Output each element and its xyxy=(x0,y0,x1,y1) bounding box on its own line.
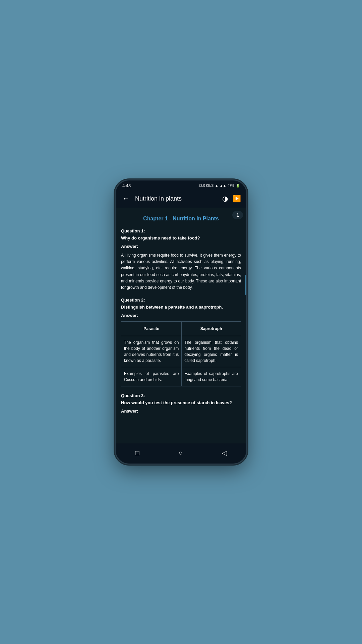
q1-answer-text: All living organisms require food to sur… xyxy=(121,252,241,291)
home-button[interactable]: ○ xyxy=(172,448,189,458)
question-2-block: Question 2: Distinguish between a parasi… xyxy=(121,298,241,386)
page-title: Nutrition in plants xyxy=(135,195,218,202)
table-row: The organism that grows on the body of a… xyxy=(121,336,241,367)
top-bar: ← Nutrition in plants ◑ ▶️ xyxy=(116,190,246,208)
page-badge: 1 xyxy=(232,211,243,219)
phone-frame: 4:48 32.0 KB/S ▲ ▲▲ 47% 🔋 ← Nutrition in… xyxy=(116,180,246,464)
signal-icon: ▲▲ xyxy=(220,184,226,187)
table-row: Examples of parasites are Cuscuta and or… xyxy=(121,367,241,386)
content-inner: Chapter 1 - Nutrition in Plants Question… xyxy=(116,208,246,430)
question-3-block: Question 3: How would you test the prese… xyxy=(121,393,241,414)
q2-text: Distinguish between a parasite and a sap… xyxy=(121,305,241,310)
saprotroph-example: Examples of saprotrophs are fungi and so… xyxy=(182,367,241,386)
q1-text: Why do organisms need to take food? xyxy=(121,235,241,240)
q1-label: Question 1: xyxy=(121,228,241,233)
q1-answer-label: Answer: xyxy=(121,244,241,249)
q3-text: How would you test the presence of starc… xyxy=(121,400,241,405)
back-button[interactable]: ← xyxy=(121,193,131,204)
wifi-icon: ▲ xyxy=(215,184,218,187)
q2-label: Question 2: xyxy=(121,298,241,303)
q3-answer-label: Answer: xyxy=(121,409,241,414)
saprotroph-def: The organism that obtains nutrients from… xyxy=(182,336,241,367)
status-time: 4:48 xyxy=(122,183,131,188)
col-parasite-header: Parasite xyxy=(121,322,182,336)
col-saprotroph-header: Saprotroph xyxy=(182,322,241,336)
playlist-icon[interactable]: ▶️ xyxy=(233,195,241,203)
battery-icon: 🔋 xyxy=(236,184,240,187)
table-header-row: Parasite Saprotroph xyxy=(121,322,241,336)
status-bar: 4:48 32.0 KB/S ▲ ▲▲ 47% 🔋 xyxy=(116,180,246,190)
recent-apps-button[interactable]: □ xyxy=(128,448,146,458)
parasite-def: The organism that grows on the body of a… xyxy=(121,336,182,367)
q3-label: Question 3: xyxy=(121,393,241,398)
top-bar-icons: ◑ ▶️ xyxy=(222,195,241,203)
status-icons: 32.0 KB/S ▲ ▲▲ 47% 🔋 xyxy=(198,184,240,187)
contrast-icon[interactable]: ◑ xyxy=(222,195,228,203)
comparison-table: Parasite Saprotroph The organism that gr… xyxy=(121,321,241,386)
parasite-example: Examples of parasites are Cuscuta and or… xyxy=(121,367,182,386)
question-1-block: Question 1: Why do organisms need to tak… xyxy=(121,228,241,291)
chapter-title: Chapter 1 - Nutrition in Plants xyxy=(121,216,241,222)
speed-indicator: 32.0 KB/S xyxy=(198,184,214,187)
bottom-nav: □ ○ ◁ xyxy=(116,443,246,464)
battery-text: 47% xyxy=(228,184,234,187)
back-nav-button[interactable]: ◁ xyxy=(215,447,234,458)
scroll-indicator xyxy=(245,275,246,295)
q2-answer-label: Answer: xyxy=(121,313,241,318)
content-area[interactable]: 1 Chapter 1 - Nutrition in Plants Questi… xyxy=(116,208,246,443)
